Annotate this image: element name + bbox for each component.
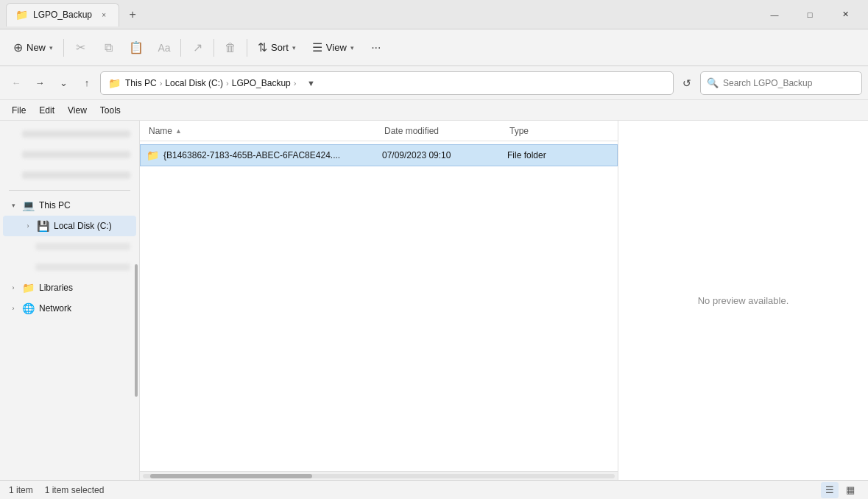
item-count-text: 1 item: [9, 485, 33, 495]
toolbar-separator-1: [63, 39, 64, 57]
share-icon: ↗: [193, 40, 202, 54]
blurred-sub-label-2: [35, 263, 130, 271]
view-button[interactable]: ☰ View ▾: [305, 35, 361, 61]
rename-button[interactable]: Aa: [151, 35, 177, 61]
no-preview-text: No preview available.: [698, 295, 789, 306]
horizontal-scrollbar[interactable]: [140, 471, 618, 480]
column-header-name[interactable]: Name ▲: [146, 121, 381, 141]
address-bar: ← → ⌄ ↑ 📁 This PC › Local Disk (C:) › LG…: [0, 66, 868, 100]
menu-tools[interactable]: Tools: [94, 103, 127, 118]
column-header-type[interactable]: Type: [507, 121, 612, 141]
sidebar: ▾ 💻 This PC › 💾 Local Disk (C:) › 📁 Libr…: [0, 121, 140, 480]
share-button[interactable]: ↗: [184, 35, 211, 61]
delete-button[interactable]: 🗑: [217, 35, 244, 61]
sidebar-scroll-track: [133, 121, 138, 480]
file-cell-type: File folder: [507, 150, 611, 160]
new-icon: ⊕: [13, 40, 23, 54]
refresh-icon: ↺: [682, 77, 691, 89]
sort-icon: ⇅: [258, 40, 267, 54]
address-chevron-button[interactable]: ▼: [300, 73, 321, 93]
tile-view-icon: ▦: [846, 484, 855, 495]
up-button[interactable]: ↑: [77, 73, 97, 93]
sidebar-item-local-disk[interactable]: › 💾 Local Disk (C:): [3, 216, 136, 236]
breadcrumb-local-disk: Local Disk (C:): [165, 78, 223, 88]
this-pc-icon: 💻: [22, 199, 35, 211]
breadcrumb-sep-1: ›: [160, 79, 163, 88]
sort-label: Sort: [271, 42, 289, 53]
recent-icon: ⌄: [60, 77, 68, 88]
libraries-icon: 📁: [22, 282, 35, 294]
file-list: 📁 {B1463862-7183-465B-ABEC-6FAC8E424....…: [140, 141, 618, 471]
menu-edit[interactable]: Edit: [33, 103, 60, 118]
paste-icon: 📋: [129, 40, 144, 54]
search-input[interactable]: [723, 78, 855, 88]
scroll-track: [143, 474, 615, 478]
file-folder-icon: 📁: [147, 149, 159, 161]
blurred-sub-label-1: [35, 243, 130, 250]
tab-close-button[interactable]: ×: [98, 9, 110, 21]
cut-button[interactable]: ✂: [67, 35, 93, 61]
delete-icon: 🗑: [225, 41, 236, 54]
selection-text: 1 item selected: [45, 485, 105, 495]
this-pc-chevron-icon: ▾: [9, 202, 18, 209]
back-button[interactable]: ←: [6, 73, 27, 93]
more-options-button[interactable]: ···: [363, 35, 389, 61]
sidebar-scroll-thumb[interactable]: [135, 264, 138, 397]
sidebar-this-pc-label: This PC: [39, 200, 130, 210]
active-tab[interactable]: 📁 LGPO_Backup ×: [6, 3, 119, 26]
toolbar-separator-2: [180, 39, 181, 57]
forward-button[interactable]: →: [29, 73, 50, 93]
menu-file[interactable]: File: [6, 103, 32, 118]
column-header-date[interactable]: Date modified: [381, 121, 507, 141]
breadcrumb-sep-2: ›: [226, 79, 229, 88]
new-label: New: [27, 42, 46, 53]
rename-icon: Aa: [158, 42, 170, 54]
copy-button[interactable]: ⧉: [95, 35, 121, 61]
sidebar-blurred-item-2: [3, 144, 136, 165]
toolbar-separator-4: [247, 39, 247, 57]
file-area: Name ▲ Date modified Type 📁 {B1463862-71…: [140, 121, 618, 480]
view-mode-controls: ☰ ▦: [821, 482, 859, 498]
network-chevron-icon: ›: [9, 305, 18, 312]
search-box[interactable]: 🔍: [700, 71, 862, 95]
preview-pane: No preview available.: [618, 121, 868, 480]
sidebar-network-label: Network: [39, 303, 130, 314]
breadcrumb-sep-3: ›: [294, 79, 297, 88]
refresh-button[interactable]: ↺: [677, 73, 697, 93]
forward-icon: →: [35, 77, 45, 88]
blurred-label-3: [22, 171, 130, 179]
breadcrumb-folder-icon: 📁: [108, 77, 121, 89]
sidebar-item-this-pc[interactable]: ▾ 💻 This PC: [3, 195, 136, 216]
scroll-thumb[interactable]: [150, 474, 312, 478]
sidebar-item-network[interactable]: › 🌐 Network: [3, 298, 136, 319]
new-button[interactable]: ⊕ New ▾: [6, 35, 60, 61]
network-icon: 🌐: [22, 302, 35, 314]
sort-button[interactable]: ⇅ Sort ▾: [250, 35, 303, 61]
file-row[interactable]: 📁 {B1463862-7183-465B-ABEC-6FAC8E424....…: [140, 144, 618, 166]
sidebar-blurred-item-3: [3, 165, 136, 185]
minimize-button[interactable]: —: [758, 4, 791, 26]
address-input[interactable]: 📁 This PC › Local Disk (C:) › LGPO_Backu…: [100, 71, 674, 95]
up-icon: ↑: [85, 77, 90, 88]
tab-folder-icon: 📁: [15, 9, 27, 21]
sidebar-libraries-label: Libraries: [39, 283, 130, 293]
main-content: ▾ 💻 This PC › 💾 Local Disk (C:) › 📁 Libr…: [0, 121, 868, 480]
tile-view-button[interactable]: ▦: [841, 482, 859, 498]
breadcrumb-text: This PC › Local Disk (C:) › LGPO_Backup …: [125, 78, 296, 88]
window-controls: — □ ✕: [758, 4, 862, 26]
list-view-button[interactable]: ☰: [821, 482, 839, 498]
cut-icon: ✂: [76, 40, 85, 54]
recent-locations-button[interactable]: ⌄: [53, 73, 74, 93]
list-view-icon: ☰: [825, 484, 834, 495]
column-date-label: Date modified: [384, 126, 439, 136]
file-date-text: 07/09/2023 09:10: [382, 150, 451, 160]
new-chevron-icon: ▾: [49, 44, 53, 52]
sidebar-item-libraries[interactable]: › 📁 Libraries: [3, 277, 136, 298]
paste-button[interactable]: 📋: [123, 35, 149, 61]
blurred-label-1: [22, 130, 130, 138]
more-icon: ···: [371, 41, 381, 54]
new-tab-button[interactable]: +: [122, 4, 143, 25]
close-window-button[interactable]: ✕: [828, 4, 862, 26]
menu-view[interactable]: View: [62, 103, 93, 118]
maximize-button[interactable]: □: [793, 4, 827, 26]
